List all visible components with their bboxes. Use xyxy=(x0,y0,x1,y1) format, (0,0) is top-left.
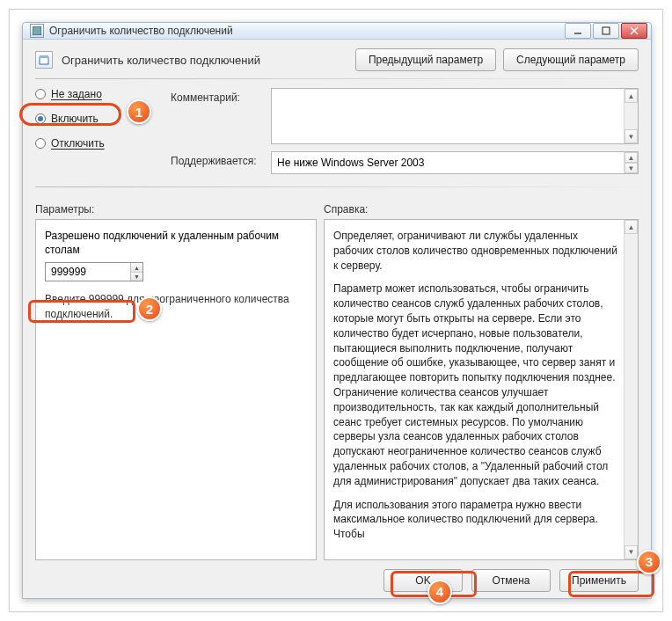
marker-2: 2 xyxy=(137,296,162,321)
radio-not-configured[interactable]: Не задано xyxy=(35,88,167,100)
scrollbar[interactable]: ▲ ▼ xyxy=(624,152,638,173)
svg-rect-5 xyxy=(40,57,48,64)
help-pane: Определяет, ограничивают ли службы удале… xyxy=(324,219,639,560)
maximize-button[interactable] xyxy=(593,23,619,39)
policy-title: Ограничить количество подключений xyxy=(62,54,347,67)
policy-icon xyxy=(35,51,53,69)
apply-button[interactable]: Применить xyxy=(559,569,639,592)
marker-1: 1 xyxy=(127,99,151,124)
supported-field: Не ниже Windows Server 2003 ▲ ▼ xyxy=(271,151,639,174)
help-paragraph: Для использования этого параметра нужно … xyxy=(333,498,618,542)
help-section-label: Справка: xyxy=(324,203,368,216)
svg-rect-2 xyxy=(603,27,610,34)
next-setting-button[interactable]: Следующий параметр xyxy=(503,48,639,71)
scroll-up-icon[interactable]: ▲ xyxy=(625,89,638,103)
svg-rect-6 xyxy=(40,55,48,58)
radio-label: Отключить xyxy=(51,137,105,150)
dialog-content: Ограничить количество подключений Предыд… xyxy=(23,40,651,603)
scroll-down-icon[interactable]: ▼ xyxy=(625,129,638,143)
comment-label: Комментарий: xyxy=(171,88,267,104)
radio-disabled[interactable]: Отключить xyxy=(35,137,167,150)
help-text: Определяет, ограничивают ли службы удале… xyxy=(333,229,618,542)
previous-setting-button[interactable]: Предыдущий параметр xyxy=(355,48,496,71)
close-button[interactable] xyxy=(621,23,647,39)
svg-rect-0 xyxy=(33,26,41,35)
help-paragraph: Определяет, ограничивают ли службы удале… xyxy=(333,229,618,273)
window-icon xyxy=(30,24,44,38)
connections-spinner[interactable]: ▲ ▼ xyxy=(45,262,143,281)
parameters-pane: Разрешено подключений к удаленным рабочи… xyxy=(35,219,317,560)
scroll-up-icon[interactable]: ▲ xyxy=(625,220,638,234)
supported-label: Поддерживается: xyxy=(171,151,267,167)
cancel-button[interactable]: Отмена xyxy=(471,569,551,592)
divider xyxy=(35,186,639,187)
comment-value xyxy=(272,85,279,105)
spin-up-icon[interactable]: ▲ xyxy=(131,263,142,273)
marker-3: 3 xyxy=(637,550,661,574)
scrollbar[interactable]: ▲ ▼ xyxy=(624,89,638,143)
screenshot-frame: Ограничить количество подключений Ограни… xyxy=(9,9,663,612)
param-hint: Введите 999999 для неограниченного колич… xyxy=(45,292,307,320)
scroll-up-icon[interactable]: ▲ xyxy=(625,152,638,163)
supported-value: Не ниже Windows Server 2003 xyxy=(277,157,424,169)
spin-down-icon[interactable]: ▼ xyxy=(131,273,142,281)
radio-label: Не задано xyxy=(51,88,102,100)
scroll-down-icon[interactable]: ▼ xyxy=(625,545,638,559)
dialog-buttons: OK Отмена Применить xyxy=(35,560,639,592)
window-title: Ограничить количество подключений xyxy=(49,25,565,37)
minimize-button[interactable] xyxy=(565,23,591,39)
dialog-window: Ограничить количество подключений Ограни… xyxy=(22,22,652,599)
param-title: Разрешено подключений к удаленным рабочи… xyxy=(45,229,307,257)
scrollbar[interactable]: ▲ ▼ xyxy=(624,220,638,559)
titlebar[interactable]: Ограничить количество подключений xyxy=(23,23,651,40)
params-section-label: Параметры: xyxy=(35,203,94,216)
scroll-down-icon[interactable]: ▼ xyxy=(625,163,638,173)
connections-input[interactable] xyxy=(46,263,130,281)
help-paragraph: Параметр может использоваться, чтобы огр… xyxy=(333,281,618,488)
divider xyxy=(35,78,639,79)
window-controls xyxy=(565,23,647,39)
comment-textarea[interactable]: ▲ ▼ xyxy=(271,88,639,144)
marker-4: 4 xyxy=(427,580,452,604)
radio-label: Включить xyxy=(51,113,99,125)
